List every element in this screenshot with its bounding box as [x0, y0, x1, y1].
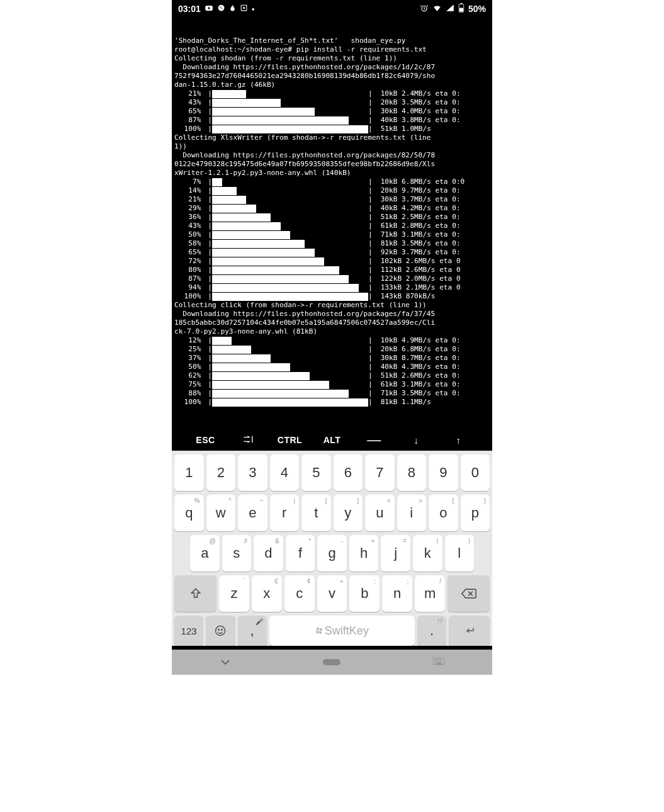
- progress-row: 72% || 102kB 2.6MB/s eta 0: [174, 257, 490, 266]
- progress-row: 94% || 133kB 2.1MB/s eta 0: [174, 283, 490, 292]
- svg-rect-10: [459, 8, 463, 12]
- comma-key[interactable]: 🎤 ,: [238, 616, 267, 646]
- progress-row: 58% || 81kB 3.5MB/s eta 0:: [174, 239, 490, 248]
- space-key[interactable]: SwiftKey: [269, 616, 415, 646]
- key-z[interactable]: `z: [219, 575, 249, 612]
- alt-key[interactable]: ALT: [311, 435, 353, 445]
- dash-key[interactable]: —: [353, 432, 395, 448]
- progress-row: 100% || 51kB 1.0MB/s: [174, 125, 490, 133]
- nav-ime[interactable]: [426, 653, 451, 671]
- terminal-output[interactable]: 'Shodan_Dorks_The_Internet_of_Sh*t.txt' …: [172, 18, 492, 429]
- key-g[interactable]: -g: [317, 535, 347, 572]
- esc-key[interactable]: ESC: [184, 435, 227, 445]
- key-j[interactable]: =j: [381, 535, 410, 572]
- key-6[interactable]: 6: [334, 454, 363, 491]
- key-y[interactable]: ]y: [334, 495, 363, 531]
- key-m[interactable]: /m: [415, 575, 445, 612]
- svg-point-16: [435, 660, 436, 661]
- key-f[interactable]: *f: [286, 535, 315, 572]
- key-x[interactable]: €x: [252, 575, 282, 612]
- key-4[interactable]: 4: [270, 454, 300, 491]
- key-h[interactable]: +h: [349, 535, 379, 572]
- svg-rect-24: [436, 663, 441, 664]
- period-key[interactable]: !? .: [417, 616, 446, 646]
- status-time: 03:01: [178, 4, 201, 14]
- progress-row: 100% || 143kB 870kB/s: [174, 292, 490, 301]
- nav-home[interactable]: [319, 653, 344, 671]
- soft-keyboard: 1234567890 %q^w~e|r[t]y<u>i{o}p @a#s&d*f…: [172, 451, 492, 646]
- up-key[interactable]: ↑: [437, 435, 480, 446]
- termux-extra-keys: ESC CTRL ALT — ↓ ↑: [172, 429, 492, 451]
- key-1[interactable]: 1: [174, 454, 204, 491]
- progress-row: 37% || 30kB 8.7MB/s eta 0:: [174, 354, 490, 363]
- shift-key[interactable]: [174, 575, 217, 612]
- key-r[interactable]: |r: [270, 495, 300, 531]
- svg-point-3: [222, 8, 223, 9]
- svg-point-21: [437, 662, 438, 663]
- key-b[interactable]: :b: [349, 575, 380, 612]
- phone-frame: 03:01 ●: [172, 0, 492, 675]
- ctrl-key[interactable]: CTRL: [269, 435, 311, 445]
- key-7[interactable]: 7: [365, 454, 395, 491]
- signal-icon: [446, 4, 454, 14]
- progress-row: 65% || 92kB 3.7MB/s eta 0:: [174, 248, 490, 257]
- numeric-toggle-key[interactable]: 123: [174, 616, 203, 646]
- battery-pct: 50%: [468, 4, 486, 14]
- svg-rect-14: [323, 659, 340, 665]
- svg-point-1: [218, 5, 224, 11]
- screen-rec-icon: [240, 4, 248, 14]
- kb-row-qwerty: %q^w~e|r[t]y<u>i{o}p: [174, 495, 490, 531]
- key-k[interactable]: (k: [413, 535, 442, 572]
- status-right: 50%: [420, 3, 486, 14]
- key-9[interactable]: 9: [429, 454, 458, 491]
- progress-row: 65% || 30kB 4.0MB/s eta 0:: [174, 107, 490, 116]
- progress-row: 100% || 81kB 1.1MB/s: [174, 398, 490, 407]
- key-d[interactable]: &d: [254, 535, 283, 572]
- enter-key[interactable]: [449, 616, 490, 646]
- emoji-key[interactable]: [206, 616, 235, 646]
- progress-row: 87% || 40kB 3.8MB/s eta 0:: [174, 116, 490, 125]
- key-i[interactable]: >i: [397, 495, 427, 531]
- progress-row: 43% || 20kB 3.5MB/s eta 0:: [174, 98, 490, 107]
- progress-row: 50% || 40kB 4.3MB/s eta 0:: [174, 363, 490, 371]
- svg-point-12: [218, 629, 220, 631]
- key-s[interactable]: #s: [222, 535, 252, 572]
- kb-row-bottom: 123 🎤 , SwiftKey !? .: [174, 616, 490, 646]
- backspace-key[interactable]: [447, 575, 490, 612]
- down-key[interactable]: ↓: [395, 435, 437, 446]
- progress-row: 36% || 51kB 2.5MB/s eta 0:: [174, 213, 490, 222]
- kb-row-zxcv: `z€x¢c÷v:b;n/m: [174, 575, 490, 612]
- key-t[interactable]: [t: [301, 495, 331, 531]
- progress-row: 87% || 122kB 2.0MB/s eta 0: [174, 274, 490, 283]
- youtube-icon: [205, 4, 213, 14]
- key-5[interactable]: 5: [301, 454, 331, 491]
- svg-point-13: [222, 629, 223, 631]
- nav-back[interactable]: [213, 653, 238, 671]
- progress-row: 50% || 71kB 3.1MB/s eta 0:: [174, 230, 490, 239]
- key-a[interactable]: @a: [190, 535, 220, 572]
- key-o[interactable]: {o: [429, 495, 458, 531]
- key-u[interactable]: <u: [365, 495, 395, 531]
- tab-key[interactable]: [227, 435, 269, 445]
- key-v[interactable]: ÷v: [317, 575, 347, 612]
- key-3[interactable]: 3: [238, 454, 267, 491]
- progress-row: 62% || 51kB 2.6MB/s eta 0:: [174, 371, 490, 380]
- progress-row: 75% || 61kB 3.1MB/s eta 0:: [174, 380, 490, 389]
- key-l[interactable]: )l: [445, 535, 475, 572]
- key-0[interactable]: 0: [461, 454, 490, 491]
- svg-point-6: [243, 7, 244, 8]
- svg-point-4: [222, 6, 222, 7]
- svg-point-2: [220, 7, 221, 8]
- svg-point-20: [435, 662, 436, 663]
- key-8[interactable]: 8: [397, 454, 427, 491]
- key-c[interactable]: ¢c: [284, 575, 315, 612]
- progress-row: 43% || 61kB 2.8MB/s eta 0:: [174, 222, 490, 230]
- key-n[interactable]: ;n: [382, 575, 412, 612]
- key-p[interactable]: }p: [461, 495, 490, 531]
- key-q[interactable]: %q: [174, 495, 204, 531]
- key-w[interactable]: ^w: [206, 495, 236, 531]
- key-e[interactable]: ~e: [238, 495, 267, 531]
- key-2[interactable]: 2: [206, 454, 236, 491]
- svg-point-11: [216, 626, 225, 636]
- progress-row: 12% || 10kB 4.9MB/s eta 0:: [174, 336, 490, 345]
